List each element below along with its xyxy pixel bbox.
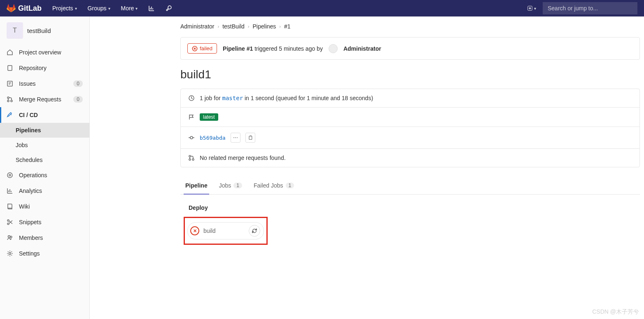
more-actions-button[interactable]: ⋯ <box>231 133 240 143</box>
commit-sha-link[interactable]: b569abda <box>200 135 226 141</box>
navbar-left: GitLab Projects▾ Groups▾ More▾ <box>7 0 176 16</box>
nav-activity-icon[interactable] <box>144 0 159 16</box>
home-icon <box>7 49 13 56</box>
chevron-right-icon: › <box>217 24 219 29</box>
book-icon <box>7 203 13 210</box>
chevron-down-icon: ▾ <box>135 6 138 11</box>
pipeline-graph: Deploy ✕ build <box>180 195 640 255</box>
author-avatar[interactable] <box>329 44 338 53</box>
watermark: CSDN @木子芳兮 <box>592 308 639 316</box>
chevron-right-icon: › <box>248 24 250 29</box>
svg-point-15 <box>190 136 193 139</box>
clock-icon <box>188 95 195 101</box>
wrench-icon <box>166 5 172 12</box>
chart-icon <box>148 5 155 12</box>
nav-projects[interactable]: Projects▾ <box>48 0 81 16</box>
crumb-admin[interactable]: Administrator <box>180 23 214 30</box>
tab-failed-jobs[interactable]: Failed Jobs1 <box>252 177 296 195</box>
sidebar-item-settings[interactable]: Settings <box>0 246 89 261</box>
svg-point-18 <box>189 159 191 160</box>
svg-point-6 <box>7 173 12 178</box>
sidebar-sub-jobs[interactable]: Jobs <box>0 138 89 152</box>
mr-count-badge: 0 <box>73 96 83 103</box>
svg-rect-16 <box>249 136 252 139</box>
scissors-icon <box>7 219 13 225</box>
sidebar-item-members[interactable]: Members <box>0 230 89 246</box>
svg-point-5 <box>11 100 12 102</box>
svg-point-11 <box>10 236 12 238</box>
annotation-highlight: ✕ build <box>184 217 268 245</box>
copy-sha-button[interactable] <box>245 133 255 143</box>
stage-name: Deploy <box>184 204 637 211</box>
sidebar-item-merge-requests[interactable]: Merge Requests 0 <box>0 91 89 107</box>
flag-icon <box>188 114 195 120</box>
svg-rect-2 <box>7 81 12 86</box>
svg-rect-1 <box>8 66 12 70</box>
operations-icon <box>7 172 13 178</box>
retry-job-button[interactable] <box>249 225 260 237</box>
crumb-project[interactable]: testBuild <box>222 23 245 30</box>
page-title: build1 <box>180 68 640 81</box>
nav-groups[interactable]: Groups▾ <box>84 0 114 16</box>
info-tags: latest <box>181 108 639 127</box>
clipboard-icon <box>248 135 253 140</box>
issues-count-badge: 0 <box>73 80 83 87</box>
users-icon <box>7 235 13 241</box>
sidebar: T testBuild Project overview Repository … <box>0 16 90 319</box>
info-commit: b569abda ⋯ <box>181 127 639 149</box>
info-jobs: 1 job for master in 1 second (queued for… <box>181 89 639 108</box>
svg-point-7 <box>9 174 11 176</box>
issues-icon <box>7 80 13 87</box>
crumb-pipelines[interactable]: Pipelines <box>253 23 276 30</box>
main-content: Administrator › testBuild › Pipelines › … <box>90 16 644 319</box>
svg-point-19 <box>192 159 194 160</box>
chevron-right-icon: › <box>279 24 281 29</box>
gitlab-icon <box>7 4 16 13</box>
plus-icon <box>527 5 533 11</box>
pipeline-info-panel: 1 job for master in 1 second (queued for… <box>180 89 640 167</box>
sidebar-item-overview[interactable]: Project overview <box>0 45 89 60</box>
sidebar-item-analytics[interactable]: Analytics <box>0 183 89 199</box>
job-pill-build[interactable]: ✕ build <box>187 222 264 239</box>
job-failed-icon: ✕ <box>190 226 199 235</box>
create-new-button[interactable]: ▾ <box>524 4 539 13</box>
search-input[interactable] <box>543 2 637 14</box>
latest-tag: latest <box>200 113 218 121</box>
svg-point-9 <box>7 223 9 225</box>
svg-point-8 <box>7 220 9 221</box>
project-avatar: T <box>7 22 23 39</box>
chevron-down-icon: ▾ <box>75 6 77 11</box>
gitlab-logo[interactable]: GitLab <box>7 4 42 13</box>
job-name: build <box>203 228 245 234</box>
sidebar-sub-pipelines[interactable]: Pipelines <box>0 123 89 138</box>
top-navbar: GitLab Projects▾ Groups▾ More▾ ▾ <box>0 0 644 16</box>
file-icon <box>7 65 13 71</box>
svg-point-10 <box>8 236 10 238</box>
sidebar-item-cicd[interactable]: CI / CD <box>0 107 89 123</box>
status-badge-failed[interactable]: failed <box>187 43 217 54</box>
project-name: testBuild <box>27 27 51 34</box>
project-header[interactable]: T testBuild <box>0 16 89 45</box>
failed-jobs-count: 1 <box>286 183 294 188</box>
brand-text: GitLab <box>18 4 42 13</box>
pipeline-tabs: Pipeline Jobs1 Failed Jobs1 <box>180 177 640 195</box>
sidebar-item-wiki[interactable]: Wiki <box>0 199 89 214</box>
commit-icon <box>188 134 195 141</box>
sidebar-sub-schedules[interactable]: Schedules <box>0 152 89 167</box>
sidebar-item-snippets[interactable]: Snippets <box>0 214 89 230</box>
nav-admin-icon[interactable] <box>161 0 176 16</box>
info-mr: No related merge requests found. <box>181 149 639 167</box>
author-name[interactable]: Administrator <box>343 45 381 52</box>
branch-link[interactable]: master <box>222 95 243 101</box>
tab-pipeline[interactable]: Pipeline <box>184 177 209 195</box>
nav-more[interactable]: More▾ <box>117 0 142 16</box>
pipeline-summary: Pipeline #1 triggered 5 minutes ago by <box>223 45 323 52</box>
retry-icon <box>252 228 257 234</box>
svg-point-3 <box>7 97 9 99</box>
sidebar-item-repository[interactable]: Repository <box>0 60 89 76</box>
tab-jobs[interactable]: Jobs1 <box>217 177 244 195</box>
sidebar-item-issues[interactable]: Issues 0 <box>0 76 89 91</box>
pipeline-header: failed Pipeline #1 triggered 5 minutes a… <box>180 37 640 60</box>
analytics-icon <box>7 188 13 194</box>
sidebar-item-operations[interactable]: Operations <box>0 167 89 183</box>
